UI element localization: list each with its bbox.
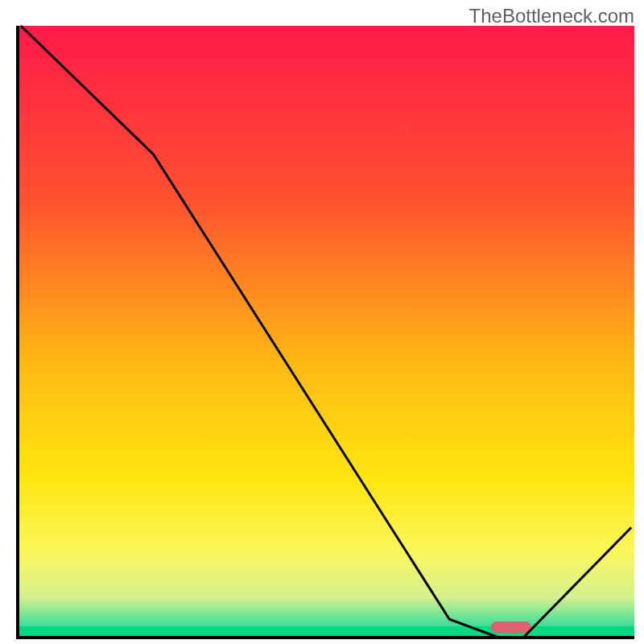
green-base-strip: [18, 626, 634, 638]
chart-svg: [0, 0, 644, 644]
chart-container: TheBottleneck.com: [0, 0, 644, 644]
optimum-marker: [491, 621, 531, 633]
plot-background: [18, 26, 634, 638]
watermark-text: TheBottleneck.com: [469, 5, 634, 27]
